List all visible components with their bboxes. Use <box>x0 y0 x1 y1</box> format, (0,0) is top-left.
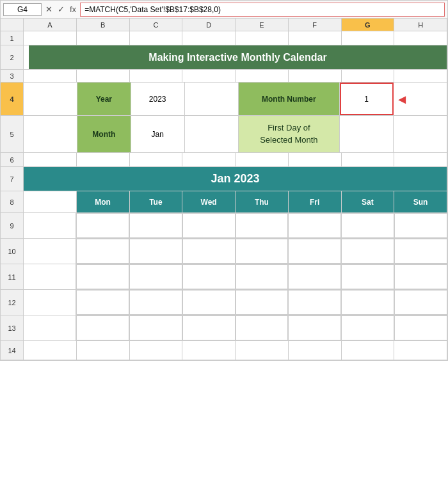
month-number-value-cell[interactable]: 1 ◄ <box>340 83 394 115</box>
cal-cell-11-6[interactable] <box>341 264 394 289</box>
cell-e14[interactable] <box>236 341 289 360</box>
row-header-11[interactable]: 11 <box>1 264 24 289</box>
cell-h5[interactable] <box>394 116 447 152</box>
cell-a11[interactable] <box>24 264 76 289</box>
cal-cell-9-4[interactable] <box>236 213 289 238</box>
cal-cell-13-6[interactable] <box>341 315 394 340</box>
cal-cell-9-1[interactable] <box>76 213 129 238</box>
col-header-e[interactable]: E <box>236 19 289 31</box>
row-header-6[interactable]: 6 <box>1 153 24 166</box>
cal-cell-12-3[interactable] <box>182 290 236 315</box>
cal-cell-10-2[interactable] <box>129 239 182 264</box>
row-header-10[interactable]: 10 <box>1 239 24 264</box>
cell-b1[interactable] <box>77 31 130 45</box>
cell-a1[interactable] <box>24 31 77 45</box>
row-header-12[interactable]: 12 <box>1 290 24 315</box>
cancel-icon[interactable]: ✕ <box>44 4 54 14</box>
cal-cell-11-2[interactable] <box>129 264 182 289</box>
cal-cell-10-4[interactable] <box>236 239 289 264</box>
cell-a13[interactable] <box>24 315 76 340</box>
cal-cell-10-5[interactable] <box>288 239 341 264</box>
cell-h6[interactable] <box>394 153 447 166</box>
cell-c14[interactable] <box>130 341 183 360</box>
col-header-f[interactable]: F <box>289 19 342 31</box>
row-header-3[interactable]: 3 <box>1 70 24 82</box>
cell-e3[interactable] <box>236 70 289 83</box>
year-value-cell[interactable]: 2023 <box>131 83 185 115</box>
cell-g6[interactable] <box>342 153 395 166</box>
row-header-1[interactable]: 1 <box>1 31 24 45</box>
cell-e1[interactable] <box>236 31 289 45</box>
cal-cell-9-3[interactable] <box>182 213 236 238</box>
cell-d5[interactable] <box>185 116 239 152</box>
col-header-c[interactable]: C <box>130 19 183 31</box>
row-header-4[interactable]: 4 <box>1 83 24 115</box>
cell-c6[interactable] <box>130 153 183 166</box>
col-header-d[interactable]: D <box>182 19 236 31</box>
cell-b3[interactable] <box>77 70 130 83</box>
cal-cell-13-1[interactable] <box>76 315 129 340</box>
cal-cell-9-6[interactable] <box>341 213 394 238</box>
col-header-b[interactable]: B <box>77 19 130 31</box>
row-header-2[interactable]: 2 <box>1 45 24 69</box>
cell-g14[interactable] <box>342 341 395 360</box>
cal-cell-10-1[interactable] <box>76 239 129 264</box>
cell-a5[interactable] <box>24 116 77 152</box>
cell-h1[interactable] <box>394 31 447 45</box>
cell-name-box[interactable]: G4 <box>3 3 42 16</box>
cell-a10[interactable] <box>24 239 76 264</box>
cal-cell-9-7[interactable] <box>394 213 447 238</box>
cell-g1[interactable] <box>342 31 395 45</box>
cal-cell-12-7[interactable] <box>394 290 447 315</box>
cal-cell-12-2[interactable] <box>129 290 182 315</box>
cell-f1[interactable] <box>289 31 342 45</box>
cal-cell-10-3[interactable] <box>182 239 236 264</box>
cal-cell-12-5[interactable] <box>288 290 341 315</box>
cal-cell-13-3[interactable] <box>182 315 236 340</box>
cal-cell-12-1[interactable] <box>76 290 129 315</box>
cal-cell-9-5[interactable] <box>288 213 341 238</box>
col-header-h[interactable]: H <box>394 19 447 31</box>
cal-cell-12-4[interactable] <box>236 290 289 315</box>
col-header-a[interactable]: A <box>24 19 77 31</box>
cell-a3[interactable] <box>24 70 77 83</box>
first-day-value-cell[interactable] <box>340 116 394 152</box>
formula-input[interactable] <box>80 3 445 17</box>
cell-d1[interactable] <box>182 31 236 45</box>
cell-a6[interactable] <box>24 153 77 166</box>
cal-cell-13-5[interactable] <box>288 315 341 340</box>
cell-b6[interactable] <box>77 153 130 166</box>
cal-cell-10-7[interactable] <box>394 239 447 264</box>
cell-f6[interactable] <box>289 153 342 166</box>
cell-d3[interactable] <box>182 70 236 83</box>
cal-cell-13-4[interactable] <box>236 315 289 340</box>
cell-a2[interactable] <box>24 45 29 69</box>
cell-h3[interactable] <box>394 70 447 83</box>
row-header-9[interactable]: 9 <box>1 213 24 238</box>
cal-cell-13-2[interactable] <box>129 315 182 340</box>
confirm-icon[interactable]: ✓ <box>56 4 66 14</box>
cell-c3[interactable] <box>130 70 183 83</box>
cell-c1[interactable] <box>130 31 183 45</box>
cell-f14[interactable] <box>289 341 342 360</box>
cal-cell-10-6[interactable] <box>341 239 394 264</box>
row-header-5[interactable]: 5 <box>1 116 24 152</box>
fx-icon[interactable]: fx <box>68 4 77 14</box>
cal-cell-9-2[interactable] <box>129 213 182 238</box>
cell-d4[interactable] <box>185 83 239 115</box>
month-value-cell[interactable]: Jan <box>131 116 185 152</box>
cell-f3[interactable] <box>289 70 342 83</box>
cell-g3[interactable] <box>342 70 395 83</box>
col-header-g[interactable]: G <box>342 19 395 31</box>
row-header-7[interactable]: 7 <box>1 167 24 191</box>
cell-h14[interactable] <box>394 341 447 360</box>
cal-cell-12-6[interactable] <box>341 290 394 315</box>
cell-b14[interactable] <box>77 341 130 360</box>
cal-cell-11-3[interactable] <box>182 264 236 289</box>
cal-cell-11-7[interactable] <box>394 264 447 289</box>
cell-e6[interactable] <box>236 153 289 166</box>
cal-cell-11-4[interactable] <box>236 264 289 289</box>
cal-cell-11-1[interactable] <box>76 264 129 289</box>
row-header-13[interactable]: 13 <box>1 315 24 340</box>
cell-a12[interactable] <box>24 290 76 315</box>
